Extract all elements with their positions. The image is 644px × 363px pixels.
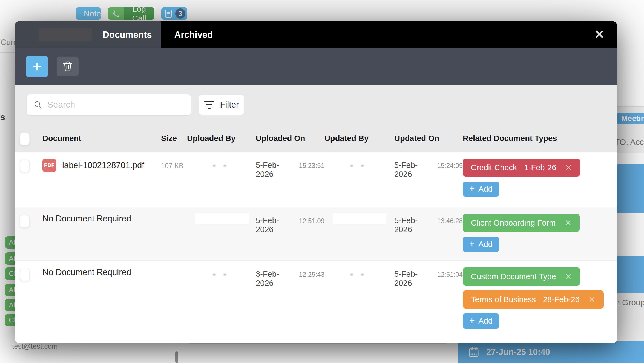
meeting-pill-label: Meetin xyxy=(621,114,644,123)
redacted-user xyxy=(350,165,394,166)
scrollbar-thumb[interactable] xyxy=(175,351,178,363)
table-body: PDF label-1002128701.pdf 107 KB 5-Feb-20… xyxy=(15,152,617,343)
plus-icon: + xyxy=(469,183,475,194)
tag-label: Credit Check xyxy=(471,163,517,172)
pdf-icon: PDF xyxy=(42,159,56,172)
add-related-type-button[interactable]: + Add xyxy=(463,182,499,197)
date: 5-Feb-2026 xyxy=(256,161,295,179)
time: 12:51:09 xyxy=(299,217,324,225)
document-icon xyxy=(165,10,172,18)
updated-by-cell xyxy=(324,261,394,275)
time: 15:24:09 xyxy=(437,162,463,169)
info-card[interactable] xyxy=(617,164,644,213)
tag-date: 1-Feb-26 xyxy=(524,163,556,172)
date: 3-Feb-2026 xyxy=(256,270,295,288)
redacted-record-name xyxy=(39,28,92,41)
related-type-tag[interactable]: Terms of Business 28-Feb-26 ✕ xyxy=(463,290,604,309)
tab-archived-label: Archived xyxy=(174,30,213,40)
delete-documents-button[interactable] xyxy=(57,57,79,76)
size-cell xyxy=(161,207,187,217)
filter-button[interactable]: Filter xyxy=(199,95,244,115)
related-type-tag[interactable]: Client Onboarding Form ✕ xyxy=(463,214,580,232)
related-types-cell: Credit Check 1-Feb-26 ✕ + Add xyxy=(463,152,617,197)
uploaded-on-cell: 5-Feb-2026 12:51:09 xyxy=(256,207,324,234)
filter-icon xyxy=(204,101,214,109)
column-header-size: Size xyxy=(161,134,187,143)
contact-email: test@test.com xyxy=(12,342,58,351)
add-related-type-button[interactable]: + Add xyxy=(463,313,499,329)
tab-archived[interactable]: Archived xyxy=(161,21,226,48)
related-types-cell: Custom Document Type ✕ Terms of Business… xyxy=(463,261,617,329)
remove-tag-icon[interactable]: ✕ xyxy=(565,272,572,282)
remove-tag-icon[interactable]: ✕ xyxy=(564,218,571,228)
search-input[interactable] xyxy=(47,100,191,110)
record-toolbar: Note Log Call 3 xyxy=(0,0,644,21)
date: 5-Feb-2026 xyxy=(394,161,434,179)
column-header-document: Document xyxy=(42,134,161,143)
select-all-checkbox[interactable] xyxy=(20,132,30,145)
row-checkbox[interactable] xyxy=(20,215,30,227)
table-header-row: Document Size Uploaded By Uploaded On Up… xyxy=(15,125,617,152)
document-cell: No Document Required xyxy=(42,261,161,277)
add-button-label: Add xyxy=(478,316,493,325)
related-type-tag[interactable]: Custom Document Type ✕ xyxy=(463,267,580,286)
add-button-label: Add xyxy=(478,240,493,249)
documents-count-button[interactable]: 3 xyxy=(161,7,187,20)
column-header-related-types: Related Document Types xyxy=(463,134,617,143)
date: 5-Feb-2026 xyxy=(394,270,434,288)
updated-by-cell xyxy=(324,207,394,224)
uploaded-on-cell: 3-Feb-2026 12:25:43 xyxy=(256,261,324,288)
filter-button-label: Filter xyxy=(220,100,239,110)
table-row: No Document Required 3-Feb-2026 12:25:43… xyxy=(15,260,617,343)
column-header-uploaded-on: Uploaded On xyxy=(256,134,324,143)
document-name: No Document Required xyxy=(42,214,131,224)
date: 5-Feb-2026 xyxy=(256,216,295,234)
calendar-icon xyxy=(468,346,479,358)
row-checkbox[interactable] xyxy=(20,160,30,172)
column-header-updated-by: Updated By xyxy=(324,134,394,143)
right-panel: Meetin TO, Accon n Group xyxy=(617,0,644,363)
appointment-card[interactable]: 27-Jun-25 10:40 xyxy=(458,341,644,363)
updated-by-cell xyxy=(324,152,394,166)
page: Curd s Ab Ab Ch Ab Ab Ch test@test.com M… xyxy=(0,0,644,363)
log-call-button-label: Log Call xyxy=(124,7,154,20)
column-header-uploaded-by: Uploaded By xyxy=(187,134,256,143)
uploaded-by-cell xyxy=(187,207,256,224)
appointment-datetime: 27-Jun-25 10:40 xyxy=(486,347,550,357)
redacted-user xyxy=(213,165,256,166)
info-card[interactable] xyxy=(617,256,644,293)
close-icon[interactable]: ✕ xyxy=(592,27,607,42)
size-cell xyxy=(161,261,187,271)
modal-filter-section: Filter Document Size Uploaded By Uploade… xyxy=(15,85,617,152)
remove-tag-icon[interactable]: ✕ xyxy=(565,163,572,173)
document-cell[interactable]: PDF label-1002128701.pdf xyxy=(42,152,161,172)
document-name: No Document Required xyxy=(42,267,131,277)
add-related-type-button[interactable]: + Add xyxy=(463,237,499,252)
add-button-label: Add xyxy=(478,185,493,194)
documents-modal: Documents Archived ✕ + xyxy=(15,21,617,343)
heading-fragment: s xyxy=(0,112,5,122)
note-button[interactable]: Note xyxy=(76,7,101,20)
pencil-icon xyxy=(80,10,81,18)
tab-documents-label: Documents xyxy=(103,30,152,40)
tag-label: Client Onboarding Form xyxy=(471,218,556,227)
modal-header: Documents Archived ✕ xyxy=(15,21,617,48)
meeting-pill[interactable]: Meetin xyxy=(617,113,644,124)
updated-on-cell: 5-Feb-2026 15:24:09 xyxy=(394,152,463,179)
redacted-user xyxy=(350,274,394,275)
tag-date: 28-Feb-26 xyxy=(543,295,580,304)
log-call-button[interactable]: Log Call xyxy=(108,7,154,20)
tag-label: Custom Document Type xyxy=(471,272,556,281)
related-record-text: TO, Accon xyxy=(615,137,644,147)
tab-documents[interactable]: Documents xyxy=(15,21,161,48)
time: 15:23:51 xyxy=(299,162,324,169)
plus-icon: + xyxy=(33,57,42,75)
upload-document-button[interactable]: + xyxy=(26,56,48,77)
table-row: PDF label-1002128701.pdf 107 KB 5-Feb-20… xyxy=(15,152,617,207)
time: 12:25:43 xyxy=(299,271,324,278)
remove-tag-icon[interactable]: ✕ xyxy=(588,295,596,305)
divider xyxy=(189,343,446,344)
related-type-tag[interactable]: Credit Check 1-Feb-26 ✕ xyxy=(463,159,580,177)
uploaded-on-cell: 5-Feb-2026 15:23:51 xyxy=(256,152,324,179)
row-checkbox[interactable] xyxy=(20,269,30,281)
